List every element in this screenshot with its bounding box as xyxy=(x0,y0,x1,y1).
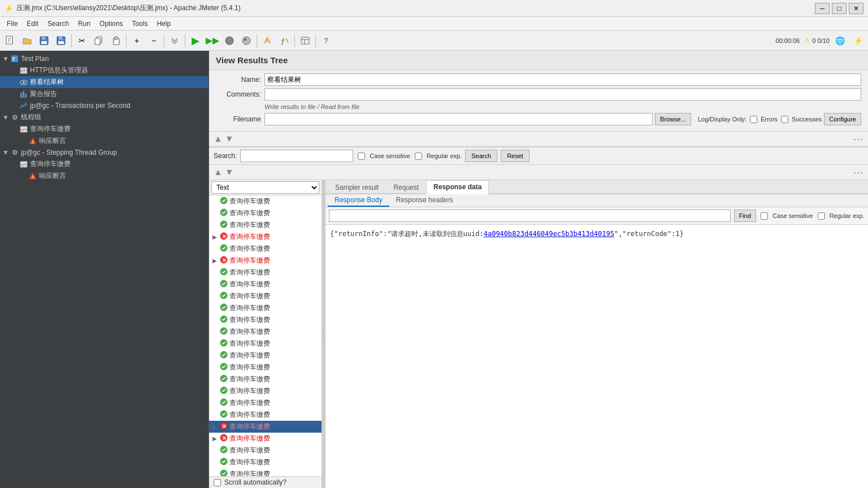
expand-arrow-6[interactable]: ▶ xyxy=(212,258,218,264)
find-button[interactable]: Find xyxy=(734,210,756,222)
search-button[interactable]: Search xyxy=(465,150,497,162)
result-item-5[interactable]: 查询停车缴费 xyxy=(209,243,322,255)
result-item-7[interactable]: 查询停车缴费 xyxy=(209,267,322,278)
toggle-button[interactable] xyxy=(167,33,183,49)
start-no-pause-button[interactable]: ▶▶ xyxy=(205,33,220,49)
tree-item-thread-group[interactable]: ▼ ⚙ 线程组 xyxy=(0,111,209,123)
errors-checkbox[interactable] xyxy=(750,116,757,123)
resp-regular-exp-checkbox[interactable] xyxy=(818,212,825,220)
filename-input[interactable] xyxy=(264,113,653,125)
comments-input[interactable] xyxy=(264,88,861,101)
expand-arrow-20[interactable]: ▶ xyxy=(212,424,218,430)
new-button[interactable] xyxy=(2,33,18,49)
result-item-15[interactable]: 查询停车缴费 xyxy=(209,361,322,373)
menu-search[interactable]: Search xyxy=(43,19,73,29)
menu-options[interactable]: Options xyxy=(95,19,127,29)
tab-request[interactable]: Request xyxy=(386,181,426,194)
tree-item-assert2[interactable]: ▶ ! 响应断言 xyxy=(0,170,209,182)
result-item-8[interactable]: 查询停车缴费 xyxy=(209,278,322,290)
shutdown-button[interactable] xyxy=(238,33,254,49)
result-item-22[interactable]: 查询停车缴费 xyxy=(209,445,322,456)
name-input[interactable] xyxy=(264,73,861,86)
tab-sampler-result[interactable]: Sampler result xyxy=(328,181,386,194)
title-bar-controls[interactable]: ─ □ ✕ xyxy=(815,3,863,14)
more-options-btn-2[interactable]: ⋯ xyxy=(853,166,863,178)
down-button[interactable]: ▼ xyxy=(225,134,234,144)
paste-button[interactable] xyxy=(108,33,124,49)
up-button[interactable]: ▲ xyxy=(214,134,223,144)
expand-button[interactable]: + xyxy=(129,33,145,49)
response-search-input[interactable] xyxy=(329,210,731,222)
result-item-23[interactable]: 查询停车缴费 xyxy=(209,456,322,468)
menu-run[interactable]: Run xyxy=(73,19,95,29)
clear-button[interactable] xyxy=(259,33,275,49)
result-item-10[interactable]: 查询停车缴费 xyxy=(209,302,322,314)
save-as-button[interactable]: + xyxy=(53,33,69,49)
browse-button[interactable]: Browse... xyxy=(655,113,691,125)
result-item-14[interactable]: 查询停车缴费 xyxy=(209,350,322,361)
sub-tab-response-body[interactable]: Response Body xyxy=(328,194,389,207)
result-item-19[interactable]: 查询停车缴费 xyxy=(209,409,322,421)
save-button[interactable] xyxy=(36,33,52,49)
result-item-12[interactable]: 查询停车缴费 xyxy=(209,326,322,338)
result-item-13[interactable]: 查询停车缴费 xyxy=(209,338,322,350)
tree-item-query1[interactable]: ▶ HTTP 查询停车缴费 xyxy=(0,123,209,135)
remote-stop-button[interactable]: ⚡ xyxy=(850,33,866,49)
successes-checkbox[interactable] xyxy=(781,116,788,123)
resp-case-sensitive-checkbox[interactable] xyxy=(761,212,768,220)
menu-tools[interactable]: Tools xyxy=(127,19,152,29)
result-item-20[interactable]: ▶✕查询停车缴费 xyxy=(209,421,322,433)
expand-arrow-21[interactable]: ▶ xyxy=(212,435,218,442)
down-button-2[interactable]: ▼ xyxy=(225,167,234,177)
tree-item-results-tree[interactable]: ▶ 察看结果树 xyxy=(0,76,209,88)
copy-button[interactable] xyxy=(91,33,107,49)
function-button[interactable]: ƒ xyxy=(276,33,292,49)
case-sensitive-checkbox[interactable] xyxy=(358,152,365,160)
format-dropdown[interactable]: Text RegExp CSS/JQuery XPath xyxy=(211,181,319,194)
tree-expand-test-plan[interactable]: ▼ xyxy=(2,55,9,62)
result-item-17[interactable]: 查询停车缴费 xyxy=(209,385,322,397)
tree-item-jp-stepping[interactable]: ▼ ⚙ jp@gc - Stepping Thread Group xyxy=(0,147,209,158)
remote-start-button[interactable]: 🌐 xyxy=(832,33,848,49)
result-item-3[interactable]: 查询停车缴费 xyxy=(209,219,322,231)
tree-item-query2[interactable]: ▶ HTTP 查询停车缴费 xyxy=(0,158,209,170)
tree-item-aggregate[interactable]: ▶ 聚合报告 xyxy=(0,88,209,100)
tree-item-test-plan[interactable]: ▼ T Test Plan xyxy=(0,53,209,64)
tree-item-assert1[interactable]: ▶ ! 响应断言 xyxy=(0,135,209,147)
more-options-btn[interactable]: ⋯ xyxy=(853,133,863,145)
menu-help[interactable]: Help xyxy=(152,19,175,29)
result-item-1[interactable]: 查询停车缴费 xyxy=(209,195,322,207)
tree-item-jp-trans[interactable]: ▶ jp@gc - Transactions per Second xyxy=(0,100,209,111)
uuid-link[interactable]: 4a0940b823d446049ec5b3b413d40195 xyxy=(484,230,614,238)
menu-edit[interactable]: Edit xyxy=(22,19,43,29)
result-item-24[interactable]: 查询停车缴费 xyxy=(209,468,322,476)
stop-button[interactable] xyxy=(222,33,237,49)
scroll-auto-checkbox[interactable] xyxy=(214,479,221,486)
expand-arrow-4[interactable]: ▶ xyxy=(212,234,218,240)
tree-expand-jps[interactable]: ▼ xyxy=(2,149,9,156)
templates-button[interactable] xyxy=(297,33,313,49)
close-button[interactable]: ✕ xyxy=(849,3,863,14)
cut-button[interactable]: ✂ xyxy=(74,33,90,49)
maximize-button[interactable]: □ xyxy=(832,3,847,14)
collapse-button[interactable]: − xyxy=(146,33,162,49)
search-input[interactable] xyxy=(240,150,353,162)
configure-button[interactable]: Configure xyxy=(824,113,861,125)
reset-button[interactable]: Reset xyxy=(501,150,530,162)
open-button[interactable] xyxy=(19,33,35,49)
result-item-11[interactable]: 查询停车缴费 xyxy=(209,314,322,326)
menu-file[interactable]: File xyxy=(2,19,22,29)
tree-expand-tg[interactable]: ▼ xyxy=(2,114,9,121)
result-item-21[interactable]: ▶✕查询停车缴费 xyxy=(209,433,322,445)
minimize-button[interactable]: ─ xyxy=(815,3,830,14)
tab-response-data[interactable]: Response data xyxy=(426,180,489,194)
start-button[interactable]: ▶ xyxy=(188,33,203,49)
sub-tab-response-headers[interactable]: Response headers xyxy=(389,194,460,207)
result-item-6[interactable]: ▶✕查询停车缴费 xyxy=(209,255,322,267)
result-item-2[interactable]: 查询停车缴费 xyxy=(209,207,322,219)
result-item-16[interactable]: 查询停车缴费 xyxy=(209,373,322,385)
tree-item-http-header[interactable]: ▶ HTTP HTTP信息头管理器 xyxy=(0,64,209,76)
result-item-18[interactable]: 查询停车缴费 xyxy=(209,397,322,409)
result-item-4[interactable]: ▶✕查询停车缴费 xyxy=(209,231,322,243)
up-button-2[interactable]: ▲ xyxy=(214,167,223,177)
